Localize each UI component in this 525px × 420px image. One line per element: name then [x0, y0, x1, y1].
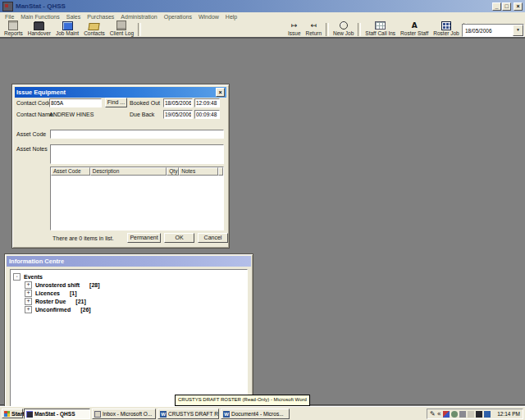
minimize-icon[interactable]: _ [492, 2, 501, 11]
client-log-icon [116, 21, 126, 30]
chevron-left-icon[interactable]: « [437, 409, 441, 418]
tray-icon[interactable] [476, 411, 482, 418]
booked-out-date-input[interactable] [163, 98, 193, 107]
menu-operations[interactable]: Operations [161, 14, 195, 20]
menu-purchases[interactable]: Purchases [84, 14, 117, 20]
tree-item-unrostered-shift[interactable]: + Unrostered shift [28] [11, 281, 247, 289]
task-label: CRUSTYS DRAFT RO... [168, 411, 219, 417]
column-header-notes[interactable]: Notes [179, 167, 218, 176]
tree-expand-icon[interactable]: + [25, 298, 32, 305]
column-header-qty[interactable]: Qty [167, 167, 179, 176]
roster-job-button[interactable]: Roster Job [431, 21, 461, 36]
column-header-asset-code[interactable]: Asset Code [51, 167, 90, 176]
tree-item-count: [26] [80, 307, 90, 313]
due-back-time-input[interactable] [194, 110, 220, 119]
task-inbox-outlook[interactable]: Inbox - Microsoft O... [92, 409, 156, 419]
return-icon: ↤ [311, 21, 317, 30]
menu-help[interactable]: Help [222, 14, 240, 20]
tray-icon[interactable] [443, 411, 450, 418]
menu-file[interactable]: File [2, 14, 17, 20]
menu-main-functions[interactable]: Main Functions [17, 14, 62, 20]
cancel-button[interactable]: Cancel [198, 233, 228, 243]
tree-expand-icon[interactable]: + [25, 290, 32, 297]
issue-label: Issue [288, 30, 301, 36]
roster-staff-button[interactable]: A Roster Staff [398, 21, 431, 36]
reports-label: Reports [4, 30, 23, 36]
menu-sales[interactable]: Sales [63, 14, 84, 20]
word-icon: W [223, 411, 230, 418]
tray-icon[interactable] [459, 411, 466, 418]
return-button[interactable]: ↤ Return [304, 21, 325, 36]
tree-item-count: [28] [89, 282, 99, 288]
booked-out-time-input[interactable] [194, 98, 220, 107]
roster-staff-label: Roster Staff [400, 30, 428, 36]
asset-notes-textarea[interactable] [50, 144, 224, 164]
toolbar: Reports Handover Job Maint Contacts Clie… [0, 21, 525, 37]
tree-collapse-icon[interactable]: - [13, 273, 21, 281]
roster-job-icon [441, 21, 451, 30]
status-text: There are 0 items in list. [52, 235, 114, 241]
date-combo[interactable]: ▼ [462, 24, 524, 37]
staff-call-ins-button[interactable]: Staff Call Ins [363, 21, 398, 36]
dialog-titlebar[interactable]: Issue Equipment × [15, 87, 226, 98]
tree-item-licences[interactable]: + Licences [1] [11, 289, 247, 297]
tree-item-label: Events [24, 274, 43, 280]
start-label: Start [11, 411, 25, 417]
word-icon: W [160, 411, 167, 418]
due-back-date-input[interactable] [163, 110, 193, 119]
contact-code-input[interactable] [49, 98, 102, 107]
contacts-button[interactable]: Contacts [81, 21, 107, 36]
tree-item-unconfirmed[interactable]: + Unconfirmed [26] [11, 305, 247, 313]
issue-button[interactable]: ↦ Issue [285, 21, 304, 36]
chevron-down-icon[interactable]: ▼ [513, 25, 523, 36]
info-centre-titlebar[interactable]: Information Centre [7, 256, 251, 267]
tray-icon[interactable] [484, 411, 491, 418]
maximize-icon[interactable]: □ [502, 2, 511, 11]
handover-button[interactable]: Handover [25, 21, 53, 36]
find-button[interactable]: Find ... [105, 98, 127, 107]
new-job-button[interactable]: New Job [331, 21, 356, 36]
contact-name-value: ANDREW HINES [49, 112, 94, 117]
reports-button[interactable]: Reports [2, 21, 25, 36]
asset-code-input[interactable] [50, 130, 224, 139]
task-document4-word[interactable]: W Document4 - Micros... [221, 409, 290, 419]
tree-item-events[interactable]: - Events [11, 272, 247, 281]
handover-icon [34, 22, 44, 30]
tree-expand-icon[interactable]: + [25, 306, 32, 313]
tree-item-roster-due[interactable]: + Roster Due [21] [11, 297, 247, 305]
app-icon [2, 2, 13, 11]
permanent-button[interactable]: Permanent [127, 233, 161, 243]
main-window-titlebar[interactable]: ManStat - QHSS _ □ × [0, 0, 525, 12]
issue-icon: ↦ [291, 21, 298, 30]
start-button[interactable]: Start [2, 409, 23, 418]
toolbar-separator [326, 23, 329, 36]
tray-icon[interactable] [468, 411, 474, 418]
tree-item-label: Roster Due [35, 299, 66, 304]
toolbar-separator [138, 23, 141, 36]
task-label: Inbox - Microsoft O... [103, 411, 152, 417]
column-header-filler [218, 167, 223, 176]
job-maint-button[interactable]: Job Maint [53, 21, 81, 36]
client-log-button[interactable]: Client Log [107, 21, 136, 36]
date-input[interactable] [463, 28, 513, 34]
due-back-label: Due Back [130, 112, 154, 117]
menu-administration[interactable]: Administration [117, 14, 160, 20]
tree-expand-icon[interactable]: + [25, 281, 32, 289]
staff-call-ins-label: Staff Call Ins [365, 30, 395, 36]
task-label: Document4 - Micros... [231, 411, 284, 417]
tree-item-count: [1] [70, 290, 77, 296]
info-centre-title: Information Centre [9, 258, 64, 265]
contacts-label: Contacts [84, 30, 105, 36]
toolbar-right-group: ↦ Issue ↤ Return New Job Staff Call Ins … [285, 21, 468, 36]
close-icon[interactable]: × [216, 88, 225, 97]
tray-icon[interactable] [451, 411, 458, 418]
menu-window[interactable]: Window [195, 14, 222, 20]
column-header-description[interactable]: Description [90, 167, 167, 176]
task-manstat[interactable]: ManStat - QHSS [24, 409, 90, 419]
pen-icon[interactable]: ✎ [430, 409, 436, 418]
task-crustys-word[interactable]: W CRUSTYS DRAFT RO... [158, 409, 219, 419]
close-icon[interactable]: × [514, 2, 523, 11]
job-maint-label: Job Maint [56, 30, 79, 36]
asset-list[interactable]: Asset Code Description Qty Notes [50, 167, 224, 231]
ok-button[interactable]: OK [164, 233, 194, 243]
